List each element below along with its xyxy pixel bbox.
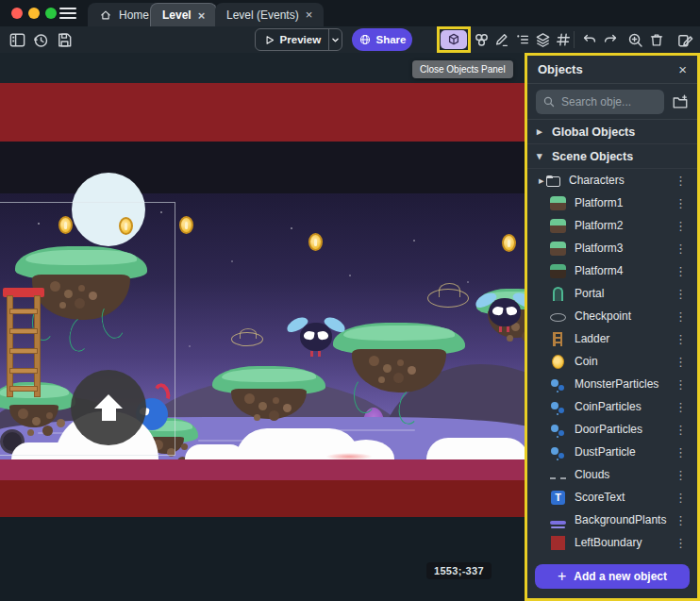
objects-panel-header: Objects × [527, 56, 697, 84]
item-menu-icon[interactable]: ⋮ [672, 536, 690, 550]
platform-island-object[interactable] [333, 323, 465, 392]
monster-object[interactable] [288, 319, 344, 357]
close-tab-icon[interactable]: × [306, 8, 313, 21]
object-item-backgroundplants[interactable]: BackgroundPlants ⋮ [527, 509, 697, 531]
properties-icon[interactable] [513, 30, 532, 49]
trash-icon[interactable] [647, 30, 666, 49]
ground-front-band [0, 459, 525, 480]
platform-thumbnail-icon [550, 219, 566, 233]
add-new-object-button[interactable]: + Add a new object [535, 564, 690, 589]
tab-label: Level (Events) [226, 8, 299, 22]
scene-canvas[interactable]: 1553;-337 Close Objects Panel [0, 53, 525, 601]
layers-icon[interactable] [533, 30, 552, 49]
item-menu-icon[interactable]: ⋮ [672, 287, 690, 301]
toolbar: Preview Share [0, 26, 700, 53]
ufo-outline-decoration [427, 289, 469, 308]
plus-icon: + [558, 569, 566, 584]
platform-island-object[interactable] [212, 366, 325, 419]
object-item-leftboundary[interactable]: LeftBoundary ⋮ [527, 531, 697, 554]
traffic-light-close[interactable] [11, 8, 23, 19]
dashed-line-thumbnail-icon [550, 477, 566, 479]
edit-pencil-icon[interactable] [492, 30, 511, 49]
canvas-outside-area [0, 517, 525, 601]
item-menu-icon[interactable]: ⋮ [672, 513, 690, 527]
rename-scene-icon[interactable] [675, 30, 694, 49]
play-icon [263, 33, 276, 47]
traffic-light-zoom[interactable] [45, 8, 57, 19]
item-menu-icon[interactable]: ⋮ [672, 332, 690, 346]
object-item-platform3[interactable]: Platform3 ⋮ [527, 237, 697, 259]
object-groups-icon[interactable] [472, 30, 491, 49]
panels-layout-icon[interactable] [8, 30, 26, 49]
object-item-platform1[interactable]: Platform1 ⋮ [527, 192, 697, 214]
item-menu-icon[interactable]: ⋮ [672, 423, 690, 437]
object-item-checkpoint[interactable]: Checkpoint ⋮ [527, 305, 697, 327]
cube-icon [446, 32, 461, 47]
preview-options-button[interactable] [329, 34, 342, 46]
chevron-down-icon: ▾ [537, 150, 544, 162]
chevron-right-icon: ▸ [537, 125, 544, 138]
particles-thumbnail-icon [550, 400, 566, 414]
monster-object[interactable] [476, 294, 525, 332]
object-item-dustparticle[interactable]: DustParticle ⋮ [527, 441, 697, 463]
preview-label: Preview [280, 34, 321, 45]
coin-object[interactable] [502, 234, 516, 252]
cursor-coordinates-badge: 1553;-337 [426, 562, 492, 579]
coin-object[interactable] [308, 233, 323, 251]
object-item-doorparticles[interactable]: DoorParticles ⋮ [527, 418, 697, 441]
item-menu-icon[interactable]: ⋮ [672, 400, 690, 414]
zoom-in-icon[interactable] [625, 30, 644, 49]
search-icon [542, 95, 556, 109]
undo-icon[interactable] [580, 30, 599, 49]
grid-icon[interactable] [554, 30, 573, 49]
item-menu-icon[interactable]: ⋮ [672, 264, 690, 278]
item-menu-icon[interactable]: ⋮ [672, 242, 690, 256]
item-menu-icon[interactable]: ⋮ [672, 468, 690, 482]
close-tab-icon[interactable]: × [198, 9, 206, 22]
close-panel-icon[interactable]: × [678, 61, 687, 77]
item-menu-icon[interactable]: ⋮ [672, 309, 690, 324]
bottom-boundary-object[interactable] [0, 480, 525, 517]
panel-title: Objects [538, 62, 583, 76]
tab-level-events[interactable]: Level (Events) × [215, 3, 324, 26]
item-menu-icon[interactable]: ⋮ [672, 355, 690, 369]
tab-level[interactable]: Level × [150, 3, 217, 26]
item-menu-icon[interactable]: ⋮ [672, 174, 690, 188]
group-label: Scene Objects [552, 150, 633, 163]
add-folder-icon[interactable] [672, 93, 689, 110]
redo-icon[interactable] [601, 30, 620, 49]
particles-thumbnail-icon [550, 445, 566, 459]
object-item-characters[interactable]: ▸ Characters ⋮ [527, 169, 697, 192]
objects-panel-button[interactable] [441, 30, 467, 49]
group-global-objects[interactable]: ▸ Global Objects [527, 120, 697, 144]
platform-thumbnail-icon [550, 264, 566, 278]
object-item-ladder[interactable]: Ladder ⋮ [527, 327, 697, 350]
ufo-outline-decoration [231, 332, 263, 346]
history-icon[interactable] [31, 30, 50, 49]
save-icon[interactable] [55, 30, 74, 49]
traffic-light-minimize[interactable] [28, 8, 40, 19]
object-item-scoretext[interactable]: T ScoreText ⋮ [527, 486, 697, 509]
preview-button[interactable]: Preview [255, 28, 342, 51]
object-item-portal[interactable]: Portal ⋮ [527, 282, 697, 305]
camera-viewport-outline [0, 202, 175, 456]
group-scene-objects[interactable]: ▾ Scene Objects [527, 144, 697, 169]
search-row [527, 84, 697, 120]
object-item-coinparticles[interactable]: CoinParticles ⋮ [527, 395, 697, 418]
item-menu-icon[interactable]: ⋮ [672, 377, 690, 392]
divider [574, 31, 575, 48]
object-item-platform4[interactable]: Platform4 ⋮ [527, 259, 697, 282]
coin-object[interactable] [179, 216, 193, 234]
item-menu-icon[interactable]: ⋮ [672, 196, 690, 210]
item-menu-icon[interactable]: ⋮ [672, 445, 690, 459]
share-button[interactable]: Share [352, 28, 412, 51]
object-item-monsterparticles[interactable]: MonsterParticles ⋮ [527, 373, 697, 395]
item-menu-icon[interactable]: ⋮ [672, 491, 690, 505]
object-item-platform2[interactable]: Platform2 ⋮ [527, 214, 697, 237]
hamburger-menu-icon[interactable] [59, 8, 76, 20]
titlebar: Home Level × Level (Events) × [0, 0, 700, 26]
item-menu-icon[interactable]: ⋮ [672, 219, 690, 233]
top-boundary-object[interactable] [0, 83, 525, 142]
object-item-coin[interactable]: Coin ⋮ [527, 350, 697, 373]
object-item-clouds[interactable]: Clouds ⋮ [527, 463, 697, 486]
